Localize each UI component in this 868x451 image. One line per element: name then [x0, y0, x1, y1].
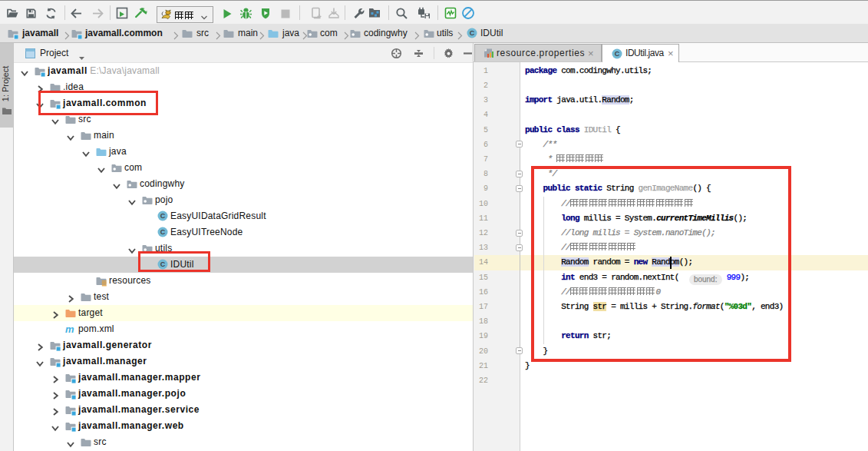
svg-text:C: C — [160, 212, 166, 220]
svg-text:C: C — [160, 228, 166, 236]
svg-text:C: C — [470, 29, 475, 37]
svg-text:m: m — [65, 323, 74, 335]
svg-text:C: C — [615, 50, 620, 58]
